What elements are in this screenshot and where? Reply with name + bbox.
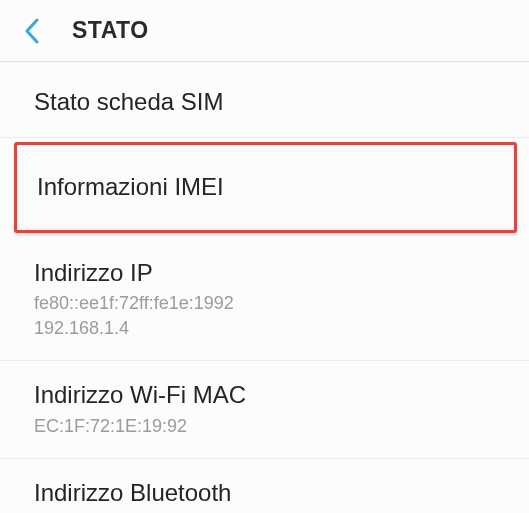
list-item-title: Indirizzo Wi-Fi MAC	[34, 381, 495, 410]
back-icon[interactable]	[18, 17, 46, 45]
status-list: Stato scheda SIM Informazioni IMEI Indir…	[0, 62, 529, 513]
list-item-bluetooth[interactable]: Indirizzo Bluetooth Non disponibile	[0, 459, 529, 513]
page-title: STATO	[72, 17, 149, 44]
list-item-title: Stato scheda SIM	[34, 88, 495, 117]
list-item-title: Indirizzo Bluetooth	[34, 479, 495, 508]
list-item-sim-status[interactable]: Stato scheda SIM	[0, 68, 529, 138]
list-item-title: Informazioni IMEI	[37, 173, 494, 202]
list-item-ip-address[interactable]: Indirizzo IP fe80::ee1f:72ff:fe1e:1992 1…	[0, 239, 529, 361]
list-item-subtitle: fe80::ee1f:72ff:fe1e:1992 192.168.1.4	[34, 291, 495, 340]
header-bar: STATO	[0, 0, 529, 62]
list-item-imei-info[interactable]: Informazioni IMEI	[14, 142, 517, 233]
list-item-wifi-mac[interactable]: Indirizzo Wi-Fi MAC EC:1F:72:1E:19:92	[0, 361, 529, 459]
list-item-title: Indirizzo IP	[34, 259, 495, 288]
list-item-subtitle: EC:1F:72:1E:19:92	[34, 414, 495, 438]
